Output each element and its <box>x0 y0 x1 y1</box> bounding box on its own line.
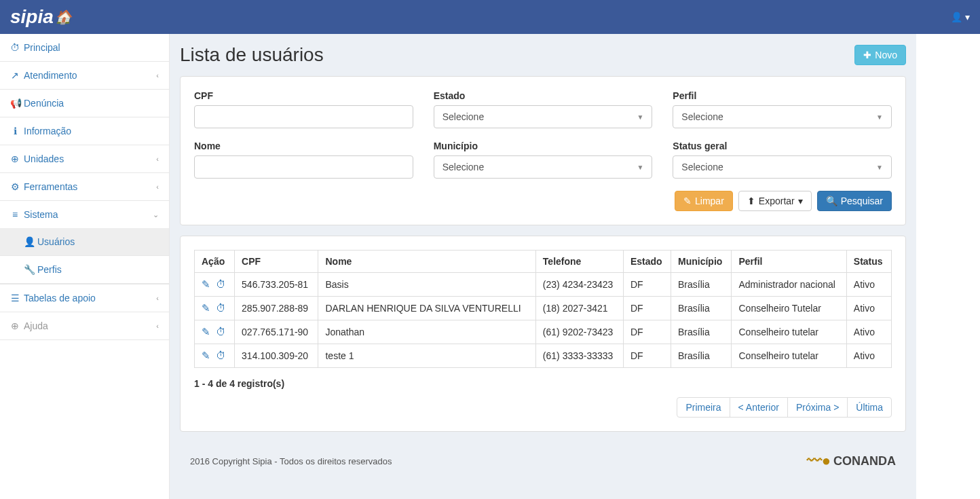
select-placeholder: Selecione <box>442 162 485 172</box>
history-icon[interactable]: ⏱ <box>216 278 226 291</box>
caret-down-icon: ▼ <box>637 113 643 121</box>
records-info: 1 - 4 de 4 registro(s) <box>194 378 892 389</box>
cell-telefone: (23) 4234-23423 <box>535 273 623 297</box>
cell-estado: DF <box>623 320 671 344</box>
sidebar-item-tabelas[interactable]: ☰Tabelas de apoio‹ <box>0 284 169 312</box>
new-button-label: Novo <box>875 50 897 60</box>
exportar-button[interactable]: ⬆Exportar ▾ <box>738 191 812 211</box>
nome-input[interactable] <box>194 155 413 179</box>
user-icon: 👤 <box>951 12 962 22</box>
sidebar-label: Sistema <box>24 209 58 220</box>
select-placeholder: Selecione <box>681 111 723 122</box>
page-prev[interactable]: < Anterior <box>730 397 788 418</box>
limpar-button[interactable]: ✎Limpar <box>675 191 733 211</box>
user-icon: 👤 <box>24 236 33 247</box>
chevron-down-icon: ⌄ <box>153 210 159 219</box>
cell-nome: teste 1 <box>318 344 535 368</box>
table-row: ✎⏱ 546.733.205-81 Basis (23) 4234-23423 … <box>195 273 892 297</box>
estado-select[interactable]: Selecione▼ <box>434 105 653 128</box>
caret-down-icon: ▾ <box>965 12 970 22</box>
sidebar-label: Perfis <box>37 264 62 275</box>
sidebar-item-unidades[interactable]: ⊕Unidades‹ <box>0 145 169 172</box>
sidebar-item-principal[interactable]: ⏱Principal <box>0 34 169 61</box>
main-content: Lista de usuários ✚Novo CPF Estado Selec… <box>170 34 916 499</box>
brand-icon: 🏠 <box>55 9 72 25</box>
page-last[interactable]: Última <box>847 397 892 418</box>
perfil-label: Perfil <box>673 90 892 101</box>
share-icon: ↗ <box>10 70 20 81</box>
perfil-select[interactable]: Selecione▼ <box>673 105 892 128</box>
municipio-select[interactable]: Selecione▼ <box>434 155 653 179</box>
sidebar-item-ajuda[interactable]: ⊕Ajuda‹ <box>0 312 169 339</box>
municipio-label: Município <box>434 141 653 151</box>
gears-icon: ⚙ <box>10 181 20 192</box>
th-municipio: Município <box>671 251 732 273</box>
cell-cpf: 027.765.171-90 <box>235 320 318 344</box>
history-icon[interactable]: ⏱ <box>216 350 226 362</box>
cell-municipio: Brasília <box>671 320 732 344</box>
cell-estado: DF <box>623 344 671 368</box>
page-title: Lista de usuários <box>180 44 324 66</box>
cell-nome: Jonathan <box>318 320 535 344</box>
footer-logo: 〰●CONANDA <box>807 452 896 470</box>
new-button[interactable]: ✚Novo <box>854 45 906 65</box>
sidebar-item-atendimento[interactable]: ↗Atendimento‹ <box>0 62 169 89</box>
sidebar-label: Atendimento <box>24 70 77 81</box>
cell-perfil: Conselheiro tutelar <box>732 320 846 344</box>
sidebar-label: Usuários <box>37 236 75 247</box>
cell-telefone: (18) 2027-3421 <box>535 297 623 320</box>
page-next[interactable]: Próxima > <box>787 397 848 418</box>
edit-icon[interactable]: ✎ <box>202 326 210 338</box>
chevron-left-icon: ‹ <box>156 183 159 191</box>
th-acao: Ação <box>195 251 235 273</box>
chevron-left-icon: ‹ <box>156 71 159 79</box>
edit-icon[interactable]: ✎ <box>202 302 210 314</box>
cell-estado: DF <box>623 273 671 297</box>
cell-perfil: Conselheiro Tutelar <box>732 297 846 320</box>
history-icon[interactable]: ⏱ <box>216 326 226 338</box>
cell-status: Ativo <box>846 273 891 297</box>
history-icon[interactable]: ⏱ <box>216 302 226 314</box>
table-row: ✎⏱ 027.765.171-90 Jonathan (61) 9202-734… <box>195 320 892 344</box>
cell-nome: Basis <box>318 273 535 297</box>
sliders-icon: ≡ <box>10 209 20 220</box>
user-menu[interactable]: 👤 ▾ <box>951 12 970 22</box>
filter-panel: CPF Estado Selecione▼ Perfil Selecione▼ … <box>180 76 906 225</box>
edit-icon[interactable]: ✎ <box>202 278 210 291</box>
info-icon: ℹ <box>10 126 20 136</box>
th-nome: Nome <box>318 251 535 273</box>
swoosh-icon: 〰● <box>807 452 831 470</box>
edit-icon[interactable]: ✎ <box>202 350 210 362</box>
pesquisar-button[interactable]: 🔍Pesquisar <box>817 191 892 211</box>
sidebar-item-denuncia[interactable]: 📢Denúncia <box>0 90 169 117</box>
sidebar-label: Ferramentas <box>24 181 77 192</box>
caret-down-icon: ▼ <box>876 164 883 171</box>
export-icon: ⬆ <box>747 196 755 206</box>
dashboard-icon: ⏱ <box>10 42 20 53</box>
cpf-label: CPF <box>194 90 413 101</box>
wrench-icon: 🔧 <box>24 264 33 275</box>
sidebar-label: Principal <box>24 42 60 53</box>
brand-logo[interactable]: sipia 🏠 <box>10 6 72 28</box>
estado-label: Estado <box>434 90 653 101</box>
th-perfil: Perfil <box>732 251 846 273</box>
cpf-input[interactable] <box>194 105 413 128</box>
page-first[interactable]: Primeira <box>677 397 730 418</box>
plus-icon: ✚ <box>863 50 871 60</box>
cell-perfil: Administrador nacional <box>732 273 846 297</box>
chevron-left-icon: ‹ <box>156 294 159 302</box>
button-label: Limpar <box>695 196 724 206</box>
search-icon: 🔍 <box>826 196 837 206</box>
pagination: Primeira < Anterior Próxima > Última <box>194 397 892 418</box>
status-geral-select[interactable]: Selecione▼ <box>673 155 892 179</box>
sidebar-item-sistema[interactable]: ≡Sistema⌄ <box>0 201 169 228</box>
th-telefone: Telefone <box>535 251 623 273</box>
chevron-left-icon: ‹ <box>156 322 159 330</box>
sidebar-item-informacao[interactable]: ℹInformação <box>0 117 169 145</box>
cell-municipio: Brasília <box>671 344 732 368</box>
caret-down-icon: ▾ <box>798 196 803 206</box>
sidebar-subitem-perfis[interactable]: 🔧Perfis <box>0 256 169 283</box>
sidebar-item-ferramentas[interactable]: ⚙Ferramentas‹ <box>0 173 169 200</box>
sidebar-subitem-usuarios[interactable]: 👤Usuários <box>0 228 169 255</box>
cell-municipio: Brasília <box>671 297 732 320</box>
